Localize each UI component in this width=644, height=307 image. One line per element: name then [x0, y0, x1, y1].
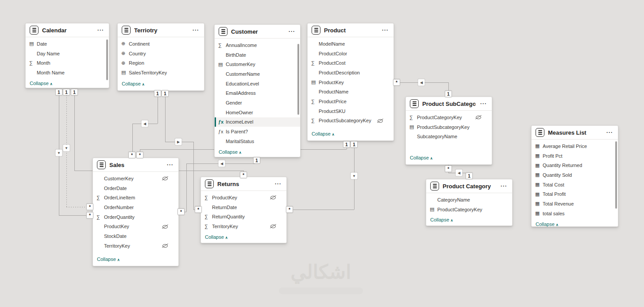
field-row-country[interactable]: ⊕Country	[118, 49, 204, 58]
id-card-icon: ▤	[430, 206, 437, 212]
field-row-productkey[interactable]: ProductKey	[93, 222, 178, 231]
field-row-quantity-returned[interactable]: ▦Quantity Returned	[532, 160, 618, 170]
field-row-average-retail-price[interactable]: ▦Average Retail Price	[532, 141, 618, 151]
field-row-modelname[interactable]: ModelName	[308, 39, 393, 49]
field-row-returnquantity[interactable]: ∑ReturnQuantity	[201, 212, 286, 222]
collapse-button[interactable]: Collapse∧	[219, 149, 242, 155]
hidden-eye-icon[interactable]	[270, 223, 277, 229]
field-row-categoryname[interactable]: CategoryName	[426, 195, 512, 205]
field-row-productkey[interactable]: ∑ProductKey	[201, 193, 286, 202]
table-sales[interactable]: Sales···CustomerKeyOrderDate∑OrderLineIt…	[93, 158, 179, 266]
table-product[interactable]: Product···ModelNameProductColor∑ProductC…	[307, 23, 394, 141]
field-row-continent[interactable]: ⊕Continent	[118, 39, 204, 49]
more-options-button[interactable]: ···	[96, 27, 105, 33]
more-options-button[interactable]: ···	[287, 28, 297, 35]
field-row-returndate[interactable]: ReturnDate	[201, 202, 286, 212]
more-options-button[interactable]: ···	[166, 162, 175, 168]
hidden-eye-icon[interactable]	[162, 223, 169, 230]
field-row-productcost[interactable]: ∑ProductCost	[308, 58, 393, 68]
field-row-productname[interactable]: ProductName	[308, 87, 393, 97]
table-customer[interactable]: Customer···∑AnnualIncomeBirthDate▤Custom…	[214, 24, 301, 157]
table-header: Customer···	[215, 25, 300, 39]
field-row-total-sales[interactable]: ▦total sales	[532, 209, 618, 218]
field-row-productkey[interactable]: ▤ProductKey	[308, 78, 393, 87]
collapse-button[interactable]: Collapse∧	[97, 256, 120, 262]
field-row-quantity-sold[interactable]: ▦Quantity Sold	[532, 170, 618, 180]
field-row-orderquantity[interactable]: ∑OrderQuantity	[93, 212, 178, 222]
table-product-subcategory[interactable]: Product SubCategory···∑ProductCategoryKe…	[405, 97, 492, 165]
field-row-total-cost[interactable]: ▦Total Cost	[532, 180, 618, 190]
table-product-category[interactable]: Product Category···CategoryName▤ProductC…	[426, 179, 513, 226]
sigma-icon: ∑	[311, 60, 319, 66]
more-options-button[interactable]: ···	[191, 27, 201, 33]
field-row-stockdate[interactable]: StockDate	[93, 231, 178, 241]
field-label: ProductKey	[212, 195, 237, 200]
table-calendar[interactable]: Calendar···▤DateDay Name∑MonthMonth Name…	[25, 23, 109, 88]
more-options-button[interactable]: ···	[605, 129, 614, 136]
table-returns[interactable]: Returns···∑ProductKeyReturnDate∑ReturnQu…	[201, 177, 287, 243]
scrollbar-thumb[interactable]	[106, 39, 108, 80]
collapse-button[interactable]: Collapse∧	[122, 81, 145, 86]
more-options-button[interactable]: ···	[499, 183, 509, 189]
field-row-total-revenue[interactable]: ▦Total Revenue	[532, 199, 618, 209]
field-list: ▦Average Retail Price▦Profit Pct▦Quantit…	[532, 140, 618, 218]
field-row-region[interactable]: ⊕Region	[118, 58, 204, 68]
field-row-orderlineitem[interactable]: ∑OrderLineItem	[93, 193, 178, 202]
hidden-eye-icon[interactable]	[377, 117, 384, 124]
field-row-maritalstatus[interactable]: MaritalStatus	[215, 136, 300, 146]
field-row-month-name[interactable]: Month Name	[26, 68, 109, 78]
scrollbar-thumb[interactable]	[297, 44, 299, 115]
collapse-button[interactable]: Collapse∧	[430, 217, 453, 222]
collapse-button[interactable]: Collapse∧	[205, 234, 228, 240]
field-row-customername[interactable]: CustomerName	[215, 69, 300, 79]
field-row-productcategorykey[interactable]: ▤ProductCategoryKey	[426, 205, 512, 214]
field-row-educationlevel[interactable]: EducationLevel	[215, 79, 300, 89]
field-row-date[interactable]: ▤Date	[26, 39, 109, 49]
field-label: CustomerKey	[226, 62, 255, 67]
collapse-button[interactable]: Collapse∧	[410, 155, 433, 160]
field-row-territorykey[interactable]: ∑TerritoryKey	[201, 222, 286, 231]
hidden-eye-icon[interactable]	[162, 242, 169, 249]
field-row-month[interactable]: ∑Month	[26, 58, 109, 68]
card-spacer	[406, 141, 492, 152]
field-row-productprice[interactable]: ∑ProductPrice	[308, 97, 393, 106]
more-options-button[interactable]: ···	[274, 181, 283, 187]
field-row-annualincome[interactable]: ∑AnnualIncome	[215, 40, 300, 50]
field-row-orderdate[interactable]: OrderDate	[93, 183, 178, 193]
more-options-button[interactable]: ···	[479, 101, 488, 107]
field-row-total-profit[interactable]: ▦Total Profit	[532, 189, 618, 199]
field-row-productsubcategorykey[interactable]: ▤ProductSubcategoryKey	[406, 122, 492, 132]
field-row-ordernumber[interactable]: OrderNumber	[93, 202, 178, 212]
field-row-productcategorykey[interactable]: ∑ProductCategoryKey	[406, 113, 492, 122]
field-row-day-name[interactable]: Day Name	[26, 49, 109, 58]
field-label: Profit Pct	[543, 153, 563, 159]
field-row-productsku[interactable]: ProductSKU	[308, 106, 393, 116]
scrollbar-thumb[interactable]	[615, 141, 617, 209]
more-options-button[interactable]: ···	[381, 27, 390, 33]
hidden-eye-icon[interactable]	[270, 194, 277, 201]
collapse-button[interactable]: Collapse∧	[536, 222, 559, 227]
collapse-button[interactable]: Collapse∧	[30, 81, 53, 86]
field-row-incomelevel[interactable]: ƒxIncomeLevel	[215, 117, 300, 127]
field-row-territorykey[interactable]: TerritoryKey	[93, 241, 178, 251]
field-row-is-parent[interactable]: ƒxIs Parent?	[215, 127, 300, 136]
hidden-eye-icon[interactable]	[162, 175, 169, 182]
field-row-productsubcategorykey[interactable]: ∑ProductSubcategoryKey	[308, 116, 393, 126]
fx-icon: ƒx	[218, 129, 226, 134]
field-row-productcolor[interactable]: ProductColor	[308, 49, 393, 58]
field-row-customerkey[interactable]: CustomerKey	[93, 174, 178, 183]
collapse-button[interactable]: Collapse∧	[312, 131, 335, 136]
hidden-eye-icon[interactable]	[475, 114, 482, 120]
field-row-gender[interactable]: Gender	[215, 98, 300, 108]
field-row-salesterritorykey[interactable]: ▤SalesTerritoryKey	[118, 68, 204, 78]
table-measures-list[interactable]: Measures List···▦Average Retail Price▦Pr…	[531, 125, 618, 227]
field-row-homeowner[interactable]: HomeOwner	[215, 108, 300, 117]
field-row-birthdate[interactable]: BirthDate	[215, 50, 300, 60]
field-row-customerkey[interactable]: ▤CustomerKey	[215, 59, 300, 69]
field-row-profit-pct[interactable]: ▦Profit Pct	[532, 151, 618, 161]
field-row-productdescription[interactable]: ProductDescription	[308, 68, 393, 78]
table-terriotry[interactable]: Terriotry···⊕Continent⊕Country⊕Region▤Sa…	[117, 23, 204, 91]
field-row-subcategoryname[interactable]: SubcategoryName	[406, 132, 492, 141]
table-header: Sales···	[93, 158, 178, 172]
field-row-emailaddress[interactable]: EmailAddress	[215, 88, 300, 98]
